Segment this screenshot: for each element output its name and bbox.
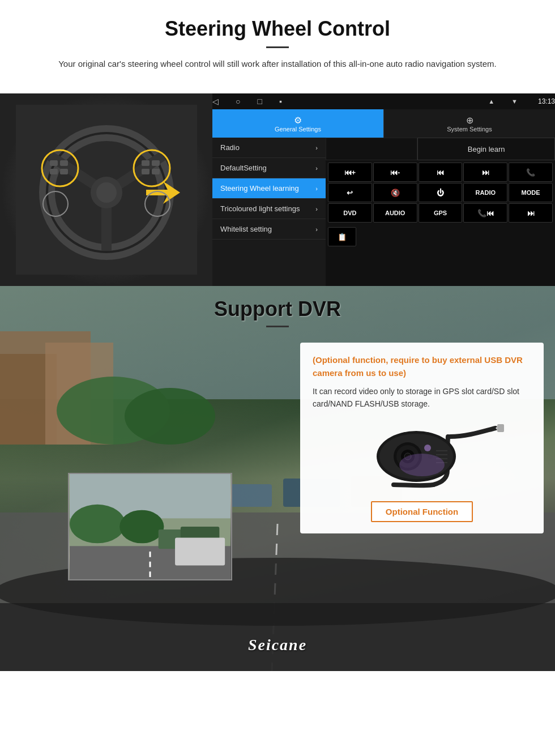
svg-rect-15 xyxy=(152,160,160,166)
svg-rect-29 xyxy=(227,484,272,507)
svg-rect-10 xyxy=(50,160,58,166)
chevron-right-icon5: › xyxy=(315,226,318,233)
status-wifi-icon: ▼ xyxy=(511,98,518,105)
android-control-panel: Begin learn ⏮+ ⏮- ⏮ ⏭ 📞 ↩ 🔇 ⏻ RADIO MODE… xyxy=(326,138,555,286)
svg-point-37 xyxy=(119,510,164,544)
ctrl-btn-audio[interactable]: AUDIO xyxy=(373,203,417,223)
svg-point-56 xyxy=(399,454,445,476)
system-settings-icon: ⊕ xyxy=(466,115,473,126)
steering-wheel-section: Steering Wheel Control Your original car… xyxy=(0,0,555,93)
section2-divider xyxy=(266,326,289,327)
menu-item-radio[interactable]: Radio › xyxy=(212,138,326,158)
section2-title: Support DVR xyxy=(0,297,555,321)
ctrl-btn-gps[interactable]: GPS xyxy=(419,203,463,223)
android-screen: ◁ ○ □ ▪ ▲ ▼ 13:13 ⚙ General Settings ⊕ S… xyxy=(212,93,555,286)
dvr-preview-svg xyxy=(69,474,231,579)
panel-empty-cell xyxy=(326,138,417,160)
dvr-optional-text: (Optional function, require to buy exter… xyxy=(313,354,531,379)
svg-rect-13 xyxy=(60,169,68,174)
svg-rect-12 xyxy=(50,169,58,174)
ctrl-bottom-row: 📋 xyxy=(326,225,555,249)
ctrl-btn-vol-down[interactable]: ⏮- xyxy=(373,163,417,182)
panel-top-row: Begin learn xyxy=(326,138,555,160)
section1-title: Steering Wheel Control xyxy=(23,17,532,41)
svg-rect-43 xyxy=(497,424,504,432)
menu-default-label: DefaultSetting xyxy=(220,164,267,172)
section2-title-container: Support DVR xyxy=(0,297,555,327)
tab-system-label: System Settings xyxy=(447,126,492,133)
menu-item-steering-wheel[interactable]: Steering Wheel learning › xyxy=(212,178,326,199)
ctrl-btn-mode[interactable]: MODE xyxy=(509,183,553,202)
ctrl-btn-mute[interactable]: 🔇 xyxy=(373,183,417,202)
menu-item-whitelist[interactable]: Whitelist setting › xyxy=(212,219,326,240)
dvr-preview-image xyxy=(68,473,232,580)
android-menu: Radio › DefaultSetting › Steering Wheel … xyxy=(212,138,326,286)
dvr-background: Support DVR xyxy=(0,286,555,671)
section1-divider xyxy=(266,46,289,48)
svg-rect-42 xyxy=(175,538,225,566)
dvr-description: It can record video only to storage in G… xyxy=(313,385,531,411)
menu-whitelist-label: Whitelist setting xyxy=(220,225,272,233)
dvr-info-card: (Optional function, require to buy exter… xyxy=(300,343,544,533)
ctrl-btn-phone-prev[interactable]: 📞⏮ xyxy=(463,203,507,223)
svg-rect-16 xyxy=(142,169,150,174)
tab-general-label: General Settings xyxy=(275,126,321,133)
menu-item-default-setting[interactable]: DefaultSetting › xyxy=(212,158,326,178)
dvr-section: Support DVR xyxy=(0,286,555,671)
menu-nav-icon[interactable]: ▪ xyxy=(279,97,282,106)
dvr-preview-inner xyxy=(69,474,231,579)
tab-system-settings[interactable]: ⊕ System Settings xyxy=(383,109,555,138)
ctrl-btn-vol-up[interactable]: ⏮+ xyxy=(328,163,372,182)
optional-function-button[interactable]: Optional Function xyxy=(371,501,473,522)
chevron-right-icon3: › xyxy=(315,185,318,192)
dvr-camera-illustration xyxy=(313,420,531,493)
menu-item-tricoloured[interactable]: Tricoloured light settings › xyxy=(212,199,326,219)
chevron-right-icon2: › xyxy=(315,165,318,172)
ctrl-btn-next2[interactable]: ⏭ xyxy=(509,203,553,223)
seicane-logo: Seicane xyxy=(248,636,307,654)
back-nav-icon[interactable]: ◁ xyxy=(212,97,219,106)
menu-tricoloured-label: Tricoloured light settings xyxy=(220,204,300,213)
camera-device-svg xyxy=(337,420,507,493)
svg-point-26 xyxy=(125,388,215,445)
status-signal-icon: ▲ xyxy=(488,98,494,105)
ctrl-btn-next[interactable]: ⏭ xyxy=(463,163,507,182)
svg-rect-17 xyxy=(152,169,160,174)
home-nav-icon[interactable]: ○ xyxy=(236,97,240,106)
steering-wheel-visual xyxy=(0,93,212,286)
tab-general-settings[interactable]: ⚙ General Settings xyxy=(212,109,383,138)
chevron-right-icon4: › xyxy=(315,206,318,212)
steering-image-area xyxy=(0,93,212,286)
ctrl-btn-extra[interactable]: 📋 xyxy=(328,227,356,246)
status-time: 13:13 xyxy=(538,97,555,105)
android-tabs: ⚙ General Settings ⊕ System Settings xyxy=(212,109,555,138)
svg-point-50 xyxy=(424,445,431,451)
gear-settings-icon: ⚙ xyxy=(294,115,302,126)
section1-description: Your original car's steering wheel contr… xyxy=(45,57,510,71)
steering-demo-container: ◁ ○ □ ▪ ▲ ▼ 13:13 ⚙ General Settings ⊕ S… xyxy=(0,93,555,286)
control-buttons-grid: ⏮+ ⏮- ⏮ ⏭ 📞 ↩ 🔇 ⏻ RADIO MODE DVD AUDIO G… xyxy=(326,160,555,225)
ctrl-btn-power[interactable]: ⏻ xyxy=(419,183,463,202)
ctrl-btn-prev[interactable]: ⏮ xyxy=(419,163,463,182)
svg-point-36 xyxy=(70,505,125,544)
ctrl-btn-back[interactable]: ↩ xyxy=(328,183,372,202)
ctrl-btn-phone[interactable]: 📞 xyxy=(509,163,553,182)
chevron-right-icon: › xyxy=(315,144,318,151)
svg-point-7 xyxy=(96,182,117,203)
steering-wheel-svg xyxy=(16,105,197,275)
menu-steering-label: Steering Wheel learning xyxy=(220,184,299,193)
android-nav-bar[interactable]: ◁ ○ □ ▪ ▲ ▼ 13:13 xyxy=(212,93,555,109)
begin-learn-button[interactable]: Begin learn xyxy=(417,138,555,160)
ctrl-btn-radio[interactable]: RADIO xyxy=(463,183,507,202)
svg-rect-11 xyxy=(60,160,68,166)
android-content-area: Radio › DefaultSetting › Steering Wheel … xyxy=(212,138,555,286)
svg-rect-14 xyxy=(142,160,150,166)
ctrl-btn-dvd[interactable]: DVD xyxy=(328,203,372,223)
square-nav-icon[interactable]: □ xyxy=(257,97,262,106)
menu-radio-label: Radio xyxy=(220,143,240,152)
